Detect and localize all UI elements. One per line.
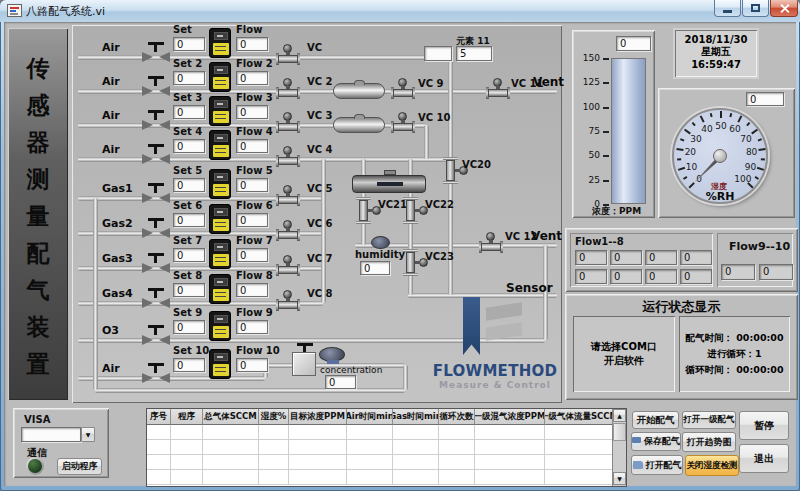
exit-button[interactable]: 退出 (739, 444, 789, 473)
scrollbar-thumb[interactable] (613, 423, 626, 441)
table-header-cell[interactable]: 循环次数 (439, 409, 475, 425)
table-cell[interactable] (475, 455, 545, 470)
table-cell[interactable] (393, 425, 439, 440)
program-table[interactable]: 序号程序总气体SCCM湿度%目标浓度PPMAir时间minGas时间min循环次… (146, 408, 627, 487)
gauge-tick (758, 148, 765, 151)
table-scrollbar[interactable]: ▲ ▼ (612, 409, 626, 486)
sidebar-title-char: 装 (27, 315, 50, 339)
sidebar-title-char: 器 (27, 130, 50, 154)
table-row[interactable] (147, 440, 626, 455)
table-cell[interactable] (203, 455, 259, 470)
gauge-tick-label: 20 (685, 147, 696, 157)
table-cell[interactable] (171, 440, 203, 455)
table-cell[interactable] (439, 440, 475, 455)
table-header-cell[interactable]: 一级气体流量SCCM (545, 409, 614, 425)
table-header-cell[interactable]: Air时间min (347, 409, 393, 425)
table-cell[interactable] (259, 455, 289, 470)
table-cell[interactable] (203, 425, 259, 440)
labview-vi-icon (7, 4, 22, 17)
gauge-tick-label: 30 (690, 134, 701, 144)
table-cell[interactable] (203, 440, 259, 455)
table-cell[interactable] (439, 470, 475, 485)
table-cell[interactable] (439, 455, 475, 470)
table-row[interactable] (147, 425, 626, 440)
table-cell[interactable] (393, 440, 439, 455)
table-header-row: 序号程序总气体SCCM湿度%目标浓度PPMAir时间minGas时间min循环次… (147, 409, 626, 425)
table-header-cell[interactable]: 一级混气浓度PPM (475, 409, 545, 425)
table-header-cell[interactable]: 湿度% (259, 409, 289, 425)
open-trend-button[interactable]: 打开趋势图 (682, 432, 736, 452)
table-cell[interactable] (545, 455, 614, 470)
table-cell[interactable] (259, 470, 289, 485)
table-cell[interactable] (545, 425, 614, 440)
table-cell[interactable] (393, 455, 439, 470)
gauge-tick (757, 167, 764, 171)
table-cell[interactable] (147, 470, 171, 485)
table-cell[interactable] (347, 440, 393, 455)
open-primary-dispense-button[interactable]: 打开一级配气 (682, 411, 736, 429)
gauge-tick (677, 159, 681, 161)
gauge-tick (755, 176, 759, 179)
window-title: 八路配气系统.vi (26, 4, 105, 19)
table-row[interactable] (147, 470, 626, 485)
table-cell[interactable] (259, 440, 289, 455)
table-cell[interactable] (171, 455, 203, 470)
start-dispense-button[interactable]: 开始配气 (632, 411, 679, 429)
table-cell[interactable] (347, 470, 393, 485)
table-header-cell[interactable]: 序号 (147, 409, 171, 425)
table-cell[interactable] (439, 425, 475, 440)
open-dispense-button[interactable]: 打开配气 (631, 455, 683, 475)
table-header-cell[interactable]: Gas时间min (393, 409, 439, 425)
gauge-tick (720, 111, 722, 118)
table-cell[interactable] (289, 425, 347, 440)
table-cell[interactable] (171, 425, 203, 440)
tank-tick (603, 107, 609, 109)
table-cell[interactable] (147, 440, 171, 455)
status-panel: 运行状态显示 请选择COM口 开启软件 配气时间： 00:00:00 进行循环：… (565, 294, 798, 400)
table-cell[interactable] (289, 440, 347, 455)
table-header-cell[interactable]: 总气体SCCM (203, 409, 259, 425)
close-button[interactable] (770, 0, 798, 17)
table-cell[interactable] (259, 425, 289, 440)
table-cell[interactable] (545, 470, 614, 485)
sidebar-title-char: 感 (27, 93, 50, 117)
table-cell[interactable] (475, 470, 545, 485)
table-cell[interactable] (347, 425, 393, 440)
table-cell[interactable] (545, 440, 614, 455)
maximize-button[interactable] (742, 0, 769, 17)
table-body[interactable] (147, 425, 626, 485)
title-bar[interactable]: 八路配气系统.vi (0, 0, 800, 22)
visa-combo-dropdown[interactable]: ▼ (81, 427, 95, 442)
scroll-up-button[interactable]: ▲ (613, 409, 626, 422)
gauge-tick (710, 113, 712, 117)
table-cell[interactable] (171, 470, 203, 485)
table-cell[interactable] (475, 425, 545, 440)
gauge-value[interactable]: 0 (746, 92, 784, 106)
visa-resource-combo[interactable] (21, 427, 81, 442)
table-row[interactable] (147, 455, 626, 470)
status-title: 运行状态显示 (565, 298, 798, 316)
datetime-display: 2018/11/30 星期五 16:59:47 (675, 30, 757, 77)
table-cell[interactable] (347, 455, 393, 470)
save-dispense-button[interactable]: 保存配气 (631, 432, 681, 451)
close-humidity-check-button[interactable]: 关闭湿度检测 (685, 455, 739, 476)
visa-label: VISA (24, 414, 50, 425)
status-message-line2: 开启软件 (604, 354, 644, 368)
gauge-tick-label: 90 (745, 162, 756, 172)
table-cell[interactable] (147, 425, 171, 440)
table-cell[interactable] (147, 455, 171, 470)
table-header-cell[interactable]: 目标浓度PPM (289, 409, 347, 425)
app-window: 八路配气系统.vi 传感器测量配气装置 AirSet0Flow0VCAirSet… (0, 0, 800, 491)
table-cell[interactable] (393, 470, 439, 485)
table-cell[interactable] (203, 470, 259, 485)
table-cell[interactable] (289, 455, 347, 470)
table-cell[interactable] (475, 440, 545, 455)
pause-button[interactable]: 暂停 (739, 411, 789, 440)
minimize-button[interactable] (714, 0, 741, 17)
scroll-down-button[interactable]: ▼ (613, 472, 626, 485)
start-program-button[interactable]: 启动程序 (57, 458, 102, 475)
table-header-cell[interactable]: 程序 (171, 409, 203, 425)
tank-value[interactable]: 0 (616, 36, 651, 51)
sidebar-title-char: 传 (27, 56, 50, 80)
table-cell[interactable] (289, 470, 347, 485)
